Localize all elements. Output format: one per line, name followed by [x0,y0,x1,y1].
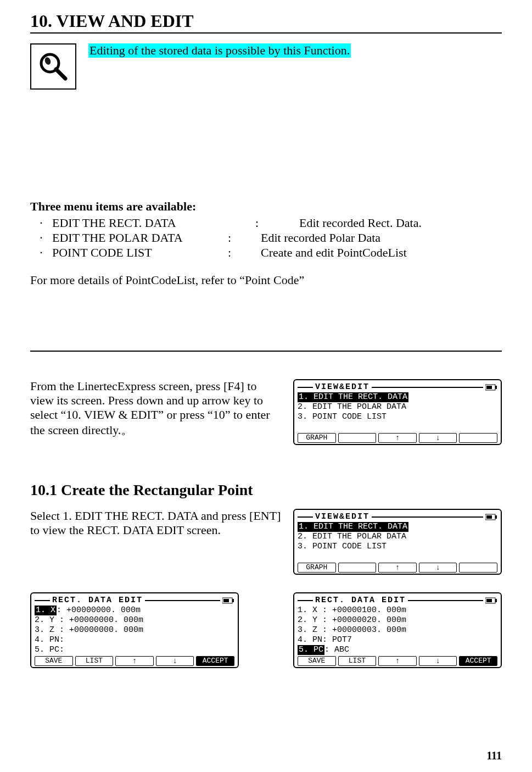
page-title: 10. VIEW AND EDIT [30,11,502,34]
more-details-text: For more details of PointCodeList, refer… [30,273,502,287]
battery-icon [485,514,497,520]
list-item[interactable]: 2. EDIT THE POLAR DATA [298,402,497,412]
data-row[interactable]: 5. PC: [35,645,234,655]
lcd-rect-data-edit-b: RECT. DATA EDIT 1. X : +00000100. 000m 2… [293,592,502,668]
list-item[interactable]: 3. POINT CODE LIST [298,412,497,422]
fkey-accept[interactable]: ACCEPT [459,656,497,666]
svg-rect-10 [232,599,234,602]
svg-point-1 [44,57,52,66]
fkey-up[interactable]: ↑ [378,563,417,573]
instruction-paragraph: From the LinertecExpress screen, press [… [30,379,282,438]
section-heading: 10.1 Create the Rectangular Point [30,481,502,499]
menu-heading: Three menu items are available: [30,199,502,214]
bullet-icon: · [30,216,52,230]
svg-rect-5 [486,386,492,389]
fkey-list[interactable]: LIST [75,656,114,666]
bullet-icon: · [30,231,52,245]
fkey-list[interactable]: LIST [338,656,377,666]
fkey-blank[interactable] [459,563,497,573]
list-item[interactable]: 3. POINT CODE LIST [298,542,497,552]
menu-item: · POINT CODE LIST : Create and edit Poin… [30,246,502,260]
data-row[interactable]: 2. Y : +00000020. 000m [298,615,497,625]
fkey-blank[interactable] [338,563,377,573]
lcd-rect-data-edit-a: RECT. DATA EDIT 1. X: +00000000. 000m 2.… [30,592,239,668]
fkey-save[interactable]: SAVE [298,656,336,666]
battery-icon [485,597,497,604]
fkey-down[interactable]: ↓ [419,563,457,573]
data-row[interactable]: 1. X : +00000100. 000m [298,606,497,615]
fkey-down[interactable]: ↓ [156,656,194,666]
fkey-accept[interactable]: ACCEPT [196,656,234,666]
svg-rect-13 [495,599,497,602]
fkey-down[interactable]: ↓ [419,656,457,666]
fkey-down[interactable]: ↓ [419,433,457,443]
battery-icon [485,384,497,391]
page-number: 111 [486,749,502,762]
lcd-view-edit-screen: VIEW&EDIT 1. EDIT THE RECT. DATA 2. EDIT… [293,509,502,575]
list-item[interactable]: 1. EDIT THE RECT. DATA [298,522,497,532]
fkey-up[interactable]: ↑ [378,433,417,443]
fkey-graph[interactable]: GRAPH [298,563,336,573]
lcd-view-edit-screen: VIEW&EDIT 1. EDIT THE RECT. DATA 2. EDIT… [293,379,502,445]
data-row[interactable]: 4. PN: POT7 [298,635,497,645]
list-item[interactable]: 1. EDIT THE RECT. DATA [298,392,497,402]
fkey-graph[interactable]: GRAPH [298,433,336,443]
menu-item: · EDIT THE RECT. DATA : Edit recorded Re… [30,216,502,230]
menu-item: · EDIT THE POLAR DATA : Edit recorded Po… [30,231,502,245]
list-item[interactable]: 2. EDIT THE POLAR DATA [298,532,497,542]
data-row[interactable]: 3. Z : +00000000. 000m [35,625,234,635]
battery-icon [222,597,234,604]
fkey-up[interactable]: ↑ [378,656,417,666]
data-row[interactable]: 1. X: +00000000. 000m [35,606,234,615]
svg-line-2 [56,69,65,79]
data-row[interactable]: 3. Z : +00000003. 000m [298,625,497,635]
svg-rect-4 [495,386,497,389]
fkey-save[interactable]: SAVE [35,656,73,666]
svg-rect-7 [495,515,497,519]
bullet-icon: · [30,246,52,260]
intro-text: Editing of the stored data is possible b… [88,43,351,58]
svg-rect-8 [486,515,492,519]
magnifier-icon [30,43,76,90]
instruction-paragraph: Select 1. EDIT THE RECT. DATA and press … [30,509,282,537]
svg-rect-11 [223,599,229,602]
fkey-up[interactable]: ↑ [115,656,154,666]
data-row[interactable]: 5. PC: ABC [298,645,497,655]
divider [30,351,502,352]
data-row[interactable]: 4. PN: [35,635,234,645]
fkey-blank[interactable] [338,433,377,443]
data-row[interactable]: 2. Y : +00000000. 000m [35,615,234,625]
fkey-blank[interactable] [459,433,497,443]
svg-rect-14 [486,599,492,602]
